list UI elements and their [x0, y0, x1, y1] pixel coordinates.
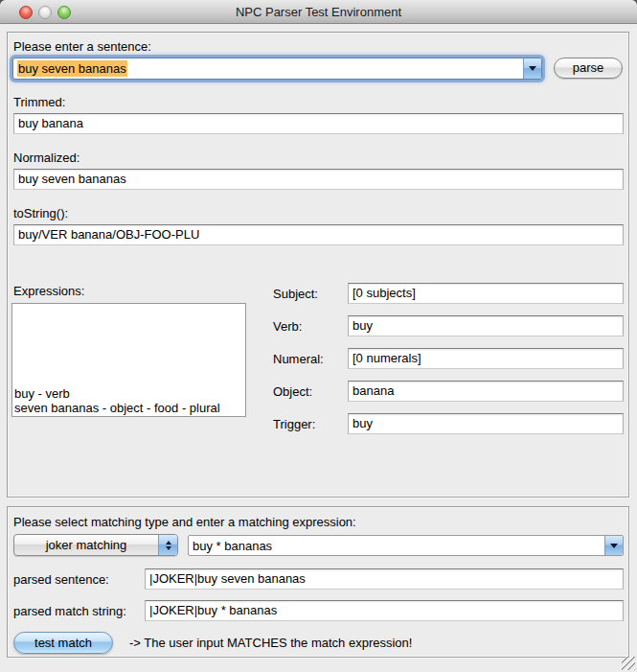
- dropdown-arrow-icon[interactable]: [604, 536, 623, 555]
- app-window: NPC Parser Test Environment Please enter…: [0, 0, 637, 672]
- matching-instruction-label: Please select matching type and enter a …: [13, 515, 356, 529]
- subject-field[interactable]: [0 subjects]: [348, 283, 624, 304]
- verb-label: Verb:: [273, 319, 302, 334]
- tostring-field[interactable]: buy/VER banana/OBJ-FOO-PLU: [13, 224, 624, 245]
- parsed-sentence-label: parsed sentence:: [13, 572, 109, 587]
- numeral-label: Numeral:: [273, 352, 324, 366]
- trigger-label: Trigger:: [273, 417, 315, 431]
- parsed-match-string-field[interactable]: |JOKER|buy * bananas: [145, 600, 624, 621]
- arrow-down-glyph: [166, 546, 171, 550]
- object-field[interactable]: banana: [348, 381, 624, 402]
- arrow-glyph: [529, 66, 536, 71]
- sentence-label: Please enter a sentence:: [13, 39, 151, 54]
- sentence-combobox-value[interactable]: buy seven bananas: [13, 59, 523, 78]
- title-bar[interactable]: NPC Parser Test Environment: [0, 0, 637, 24]
- trimmed-field[interactable]: buy banana: [13, 113, 624, 134]
- normalized-label: Normalized:: [13, 151, 80, 165]
- sentence-combobox[interactable]: buy seven bananas: [12, 58, 542, 80]
- parsed-match-string-label: parsed match string:: [13, 604, 126, 618]
- dropdown-arrow-icon[interactable]: [523, 58, 541, 79]
- up-down-arrows-icon: [158, 535, 177, 555]
- tostring-label: toString():: [13, 206, 68, 220]
- expressions-label: Expressions:: [13, 284, 84, 298]
- object-label: Object:: [273, 384, 312, 399]
- trimmed-label: Trimmed:: [13, 95, 65, 109]
- trigger-field[interactable]: buy: [348, 413, 624, 434]
- window-title: NPC Parser Test Environment: [0, 5, 637, 19]
- expressions-list[interactable]: buy - verb seven bananas - object - food…: [11, 303, 246, 417]
- numeral-field[interactable]: [0 numerals]: [348, 348, 624, 369]
- test-match-button[interactable]: test match: [13, 632, 113, 654]
- match-expression-value[interactable]: buy * bananas: [189, 537, 604, 555]
- normalized-field[interactable]: buy seven bananas: [13, 169, 624, 190]
- arrow-glyph: [610, 544, 618, 548]
- matching-type-value: joker matching: [14, 538, 158, 552]
- match-result-text: -> The user input MATCHES the match expr…: [129, 636, 412, 650]
- arrow-up-glyph: [166, 541, 171, 545]
- parse-button[interactable]: parse: [554, 58, 623, 79]
- match-expression-combobox[interactable]: buy * bananas: [188, 535, 624, 556]
- resize-grip[interactable]: [622, 657, 635, 670]
- matching-type-select[interactable]: joker matching: [13, 534, 178, 556]
- verb-field[interactable]: buy: [348, 315, 624, 336]
- list-item[interactable]: buy - verb: [14, 386, 243, 401]
- selected-text: buy seven bananas: [17, 60, 127, 77]
- subject-label: Subject:: [273, 287, 318, 301]
- parsed-sentence-field[interactable]: |JOKER|buy seven bananas: [145, 568, 624, 590]
- list-item[interactable]: seven bananas - object - food - plural: [14, 401, 243, 415]
